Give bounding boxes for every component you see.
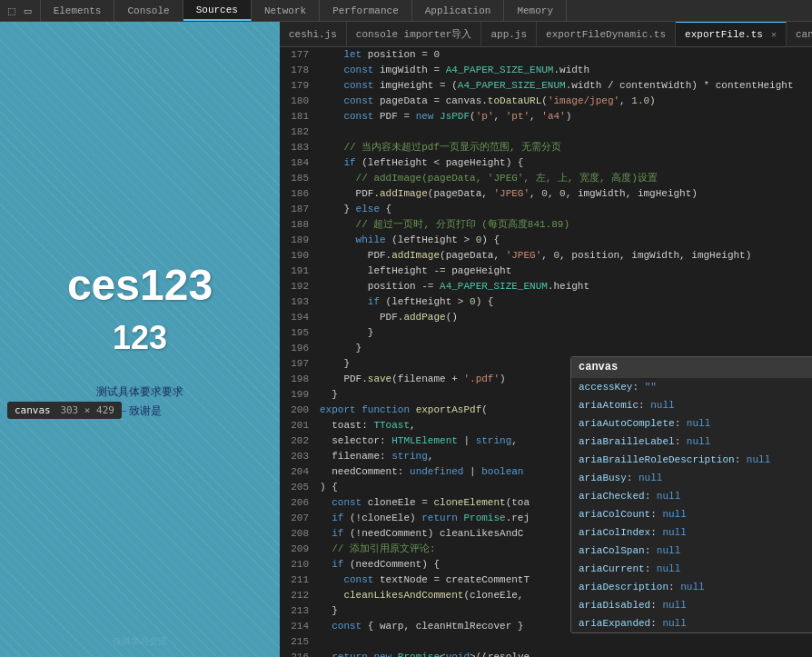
- tab-application[interactable]: Application: [412, 0, 505, 21]
- tab-elements[interactable]: Elements: [41, 0, 115, 21]
- code-line: [320, 124, 812, 140]
- line-number: 182: [280, 124, 309, 140]
- app-title: ces123: [67, 260, 213, 310]
- line-number: 215: [280, 634, 309, 650]
- tab-network[interactable]: Network: [252, 0, 320, 21]
- devtools-tab-bar: ⬚ ▭ Elements Console Sources Network Per…: [0, 0, 812, 22]
- code-panel: ceshi.js console importer导入 app.js expor…: [280, 22, 812, 657]
- line-number: 213: [280, 603, 309, 619]
- autocomplete-item[interactable]: ariaColCount: null: [571, 505, 812, 523]
- code-line: }: [320, 325, 812, 341]
- autocomplete-item[interactable]: ariaAutoComplete: null: [571, 414, 812, 433]
- line-number: 201: [280, 418, 309, 433]
- code-line: leftHeight -= pageHeight: [320, 264, 812, 279]
- close-tab-icon[interactable]: ✕: [771, 29, 777, 40]
- autocomplete-item[interactable]: ariaAtomic: null: [571, 396, 812, 414]
- code-line: if (leftHeight < pageHeight) {: [320, 155, 812, 171]
- file-tab-console-importer[interactable]: console importer导入: [347, 22, 482, 46]
- line-number: 197: [280, 356, 309, 372]
- file-tab-bar: ceshi.js console importer导入 app.js expor…: [280, 22, 812, 47]
- line-number: 196: [280, 341, 309, 356]
- code-line: let position = 0: [320, 47, 812, 63]
- tab-performance[interactable]: Performance: [320, 0, 412, 21]
- canvas-badge: canvas 303 × 429: [7, 402, 122, 419]
- tab-console[interactable]: Console: [114, 0, 183, 21]
- app-link1[interactable]: 测试具体要求要求: [96, 384, 183, 400]
- device-icon[interactable]: ▭: [22, 2, 35, 20]
- line-number: 191: [280, 264, 309, 279]
- line-number: 179: [280, 78, 309, 94]
- code-line: // 当内容未超过pdf一页显示的范围, 无需分页: [320, 140, 812, 155]
- line-number: 208: [280, 526, 309, 542]
- file-tab-exportfile[interactable]: exportFile.ts ✕: [676, 22, 787, 46]
- autocomplete-item[interactable]: ariaChecked: null: [571, 487, 812, 505]
- main-area: ces123 123 测试具体要求要求 ←致谢是 canvas 303 × 42…: [0, 22, 812, 657]
- line-number: 192: [280, 279, 309, 294]
- code-line: PDF.addPage(): [320, 310, 812, 325]
- line-number: 188: [280, 217, 309, 233]
- autocomplete-item[interactable]: ariaCurrent: null: [571, 560, 812, 578]
- line-number: 210: [280, 557, 309, 572]
- line-number: 193: [280, 294, 309, 310]
- watermark: 仅供学习交流: [0, 635, 280, 648]
- code-line: } else {: [320, 202, 812, 217]
- line-number: 194: [280, 310, 309, 325]
- line-number: 181: [280, 109, 309, 124]
- line-number: 183: [280, 140, 309, 155]
- app-preview-panel: ces123 123 测试具体要求要求 ←致谢是 canvas 303 × 42…: [0, 22, 280, 657]
- line-number: 205: [280, 480, 309, 495]
- autocomplete-title: canvas: [571, 357, 812, 378]
- autocomplete-item[interactable]: ariaColIndex: null: [571, 523, 812, 542]
- line-number: 185: [280, 171, 309, 186]
- autocomplete-item[interactable]: ariaBrailleRoleDescription: null: [571, 451, 812, 469]
- autocomplete-item[interactable]: ariaExpanded: null: [571, 614, 812, 632]
- autocomplete-item[interactable]: ariaColSpan: null: [571, 542, 812, 560]
- code-line: const imgWidth = A4_PAPER_SIZE_ENUM.widt…: [320, 63, 812, 78]
- line-number: 199: [280, 387, 309, 403]
- line-number: 212: [280, 588, 309, 603]
- line-number: 202: [280, 433, 309, 449]
- autocomplete-item[interactable]: ariaBrailleLabel: null: [571, 433, 812, 451]
- code-line: // 超过一页时, 分页打印 (每页高度841.89): [320, 217, 812, 233]
- autocomplete-popup: canvas accessKey: ""ariaAtomic: nullaria…: [570, 356, 812, 633]
- line-number: 180: [280, 94, 309, 109]
- autocomplete-item[interactable]: ariaDisabled: null: [571, 596, 812, 614]
- file-tab-exportfiledynamic[interactable]: exportFileDynamic.ts: [537, 22, 676, 46]
- code-line: while (leftHeight > 0) {: [320, 233, 812, 248]
- code-line: position -= A4_PAPER_SIZE_ENUM.height: [320, 279, 812, 294]
- code-line: const PDF = new JsPDF('p', 'pt', 'a4'): [320, 109, 812, 124]
- line-number: 177: [280, 47, 309, 63]
- code-line: // addImage(pageData, 'JPEG', 左, 上, 宽度, …: [320, 171, 812, 186]
- line-number: 198: [280, 372, 309, 387]
- file-tab-canvas[interactable]: canvas: [787, 22, 812, 46]
- line-number: 203: [280, 449, 309, 464]
- autocomplete-item[interactable]: accessKey: "": [571, 378, 812, 396]
- line-number: 200: [280, 403, 309, 418]
- line-number: 204: [280, 464, 309, 480]
- code-content[interactable]: let position = 0 const imgWidth = A4_PAP…: [316, 47, 812, 657]
- line-number: 207: [280, 511, 309, 526]
- file-tab-ceshi[interactable]: ceshi.js: [280, 22, 347, 46]
- line-number: 186: [280, 186, 309, 202]
- code-line: PDF.addImage(pageData, 'JPEG', 0, positi…: [320, 248, 812, 264]
- tab-sources[interactable]: Sources: [183, 0, 252, 21]
- line-number: 211: [280, 572, 309, 588]
- line-number: 187: [280, 202, 309, 217]
- autocomplete-item[interactable]: ariaBusy: null: [571, 469, 812, 487]
- line-number: 184: [280, 155, 309, 171]
- app-subtitle: 123: [113, 319, 167, 357]
- code-line: [320, 634, 812, 650]
- line-number: 206: [280, 495, 309, 511]
- code-line: const pageData = canvas.toDataURL('image…: [320, 94, 812, 109]
- code-line: PDF.addImage(pageData, 'JPEG', 0, 0, img…: [320, 186, 812, 202]
- autocomplete-item[interactable]: ariaDescription: null: [571, 578, 812, 596]
- line-number: 209: [280, 542, 309, 557]
- inspect-icon[interactable]: ⬚: [5, 2, 18, 20]
- line-number: 189: [280, 233, 309, 248]
- line-number: 214: [280, 619, 309, 634]
- line-number-gutter: 1771781791801811821831841851861871881891…: [280, 47, 316, 657]
- line-number: 178: [280, 63, 309, 78]
- tab-memory[interactable]: Memory: [504, 0, 567, 21]
- file-tab-appjs[interactable]: app.js: [481, 22, 537, 46]
- app-link2[interactable]: ←致谢是: [118, 403, 162, 419]
